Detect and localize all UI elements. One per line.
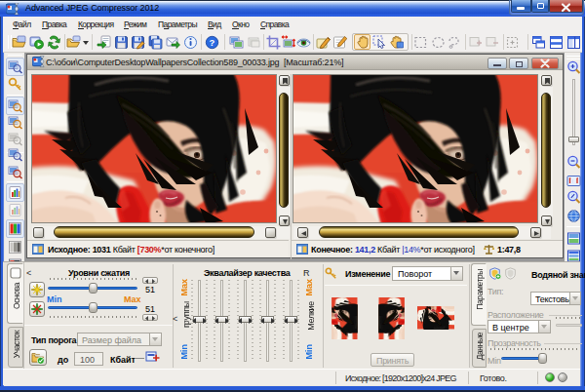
svg-text:?: ? bbox=[210, 37, 215, 48]
